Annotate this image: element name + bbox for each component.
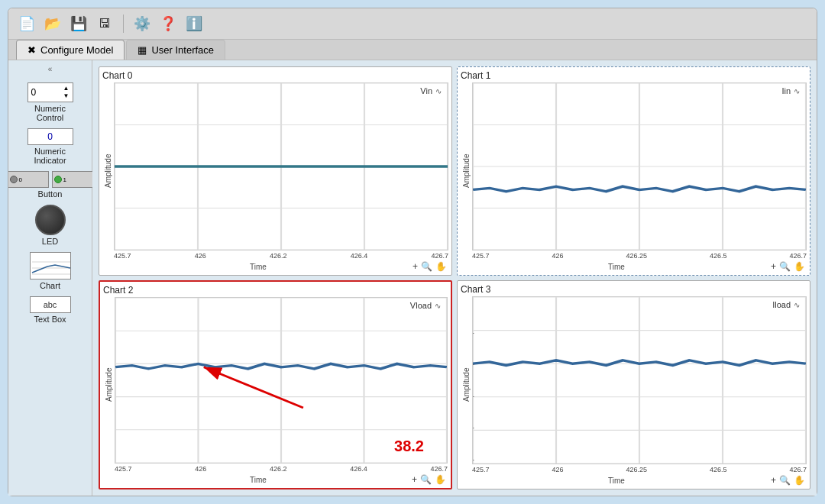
new-doc-icon[interactable]: 📄 [16,13,37,34]
chart-0-signal: Vin ∿ [420,86,442,95]
numeric-control-label: NumericControl [34,104,66,122]
chart-3-plot: 0.4– 0.39– 0.38– 0.37– 0.36– 0.35– Iload… [472,296,807,464]
charts-area: Chart 0 Amplitude [92,60,817,496]
tab-configure-model[interactable]: ✖ Configure Model [16,40,125,60]
chart-3-signal: Iload ∿ [772,300,800,309]
wrench-icon[interactable]: ⚙️ [131,13,153,34]
chart-1-controls[interactable]: + 🔍 ✋ [771,261,805,272]
chart-0-x-label: Time [104,263,412,271]
chart-panel-0[interactable]: Chart 0 Amplitude [99,66,452,276]
chart-panel-1[interactable]: Chart 1 Amplitude [457,66,810,276]
chart-1-bottom: Time + 🔍 ✋ [461,261,807,272]
chart-1-zoom-btn[interactable]: 🔍 [779,261,791,272]
toolbar: 📄 📂 💾 🖫 ⚙️ ❓ ℹ️ [8,8,817,40]
chart-1-y-label: Amplitude [461,82,472,260]
tab-configure-model-label: Configure Model [40,44,113,56]
chart-1-x-label: Time [462,263,771,271]
chart-0-zoom-btn[interactable]: 🔍 [421,261,432,272]
tab-user-interface[interactable]: ▦ User Interface [126,40,225,60]
main-window: 📄 📂 💾 🖫 ⚙️ ❓ ℹ️ ✖ Configure Model ▦ User… [8,8,817,496]
chart-3-y-label: Amplitude [461,296,472,473]
chart-0-bottom: Time + 🔍 ✋ [102,261,448,272]
tab-user-interface-label: User Interface [151,44,214,56]
tabs-bar: ✖ Configure Model ▦ User Interface [8,40,817,60]
chart-3-add-btn[interactable]: + [771,475,776,486]
user-interface-icon: ▦ [138,44,147,56]
chart-0-title: Chart 0 [102,70,448,81]
chart-2-y-label: Amplitude [103,297,115,473]
sidebar-item-chart[interactable]: Chart [30,252,71,290]
sidebar-collapse-button[interactable]: « [11,65,89,76]
chart-2-plot: 40– 39– 38– 37– 36– 35– Vload ∿ [115,297,448,464]
chart-0-y-label: Amplitude [102,82,114,260]
chart-3-title: Chart 3 [461,284,807,295]
chart-0-inner: Amplitude [102,82,448,260]
chart-panel-3[interactable]: Chart 3 Amplitude [457,280,810,489]
textbox-widget: abc [30,296,71,313]
toolbar-separator [123,15,124,33]
numeric-control-widget: 0 ▲ ▼ [28,82,73,102]
chart-2-title: Chart 2 [103,285,448,296]
save-icon[interactable]: 💾 [68,13,89,34]
info-icon[interactable]: ℹ️ [183,13,205,34]
chart-0-pan-btn[interactable]: ✋ [435,261,447,272]
help-icon[interactable]: ❓ [157,13,179,34]
chart-3-zoom-btn[interactable]: 🔍 [779,475,791,486]
content-area: « 0 ▲ ▼ NumericControl 0 NumericIndicato… [8,60,817,496]
button-on-widget: 1 [52,171,93,188]
button-off-widget: 0 [8,171,49,188]
chart-1-title: Chart 1 [461,70,807,81]
chart-2-bottom: Time + 🔍 ✋ [103,474,448,485]
led-label: LED [42,237,58,246]
sidebar-item-numeric-indicator[interactable]: 0 NumericIndicator [28,128,73,165]
chart-0-plot: 220– 210– 200– 190– 180– Vin ∿ [114,82,448,250]
chart-2-pan-btn[interactable]: ✋ [435,474,446,485]
chart-2-signal: Vload ∿ [410,301,441,310]
chart-1-inner: Amplitude [461,82,807,260]
chart-3-bottom: Time + 🔍 ✋ [461,475,807,486]
numeric-indicator-widget: 0 [28,128,73,145]
chart-3-inner: Amplitude [461,296,807,473]
chart-2-controls[interactable]: + 🔍 ✋ [412,474,446,485]
chart-3-pan-btn[interactable]: ✋ [794,475,805,486]
sidebar-item-textbox[interactable]: abc Text Box [30,296,71,324]
configure-model-icon: ✖ [28,44,36,56]
chart-0-add-btn[interactable]: + [412,261,418,272]
chart-3-controls[interactable]: + 🔍 ✋ [771,475,805,486]
textbox-label: Text Box [34,315,66,324]
chart-2-x-label: Time [105,476,412,484]
sidebar-item-button[interactable]: 0 1 Button [8,171,93,199]
chart-1-pan-btn[interactable]: ✋ [794,261,805,272]
chart-1-signal: Iin ∿ [781,86,800,95]
chart-1-add-btn[interactable]: + [771,261,776,272]
chart-2-zoom-btn[interactable]: 🔍 [420,474,432,485]
sidebar-item-led[interactable]: LED [35,205,66,246]
chart-panel-2[interactable]: Chart 2 Amplitude [99,280,452,489]
sidebar-item-numeric-control[interactable]: 0 ▲ ▼ NumericControl [28,82,73,122]
chart-2-inner: Amplitude [103,297,448,473]
chart-label: Chart [40,281,60,290]
led-widget [35,205,66,235]
chart-1-plot: 9.7424 8– 6– 4– 2– 0.776447 Iin [472,82,807,250]
chart-2-add-btn[interactable]: + [412,474,417,485]
open-icon[interactable]: 📂 [42,13,63,34]
chart-0-controls[interactable]: + 🔍 ✋ [412,261,447,272]
numeric-indicator-label: NumericIndicator [34,147,66,165]
chart-icon-widget [30,252,71,279]
button-label: Button [38,189,63,199]
chart-3-x-label: Time [462,477,771,485]
save-as-icon[interactable]: 🖫 [94,13,115,34]
sidebar: « 0 ▲ ▼ NumericControl 0 NumericIndicato… [8,60,92,496]
